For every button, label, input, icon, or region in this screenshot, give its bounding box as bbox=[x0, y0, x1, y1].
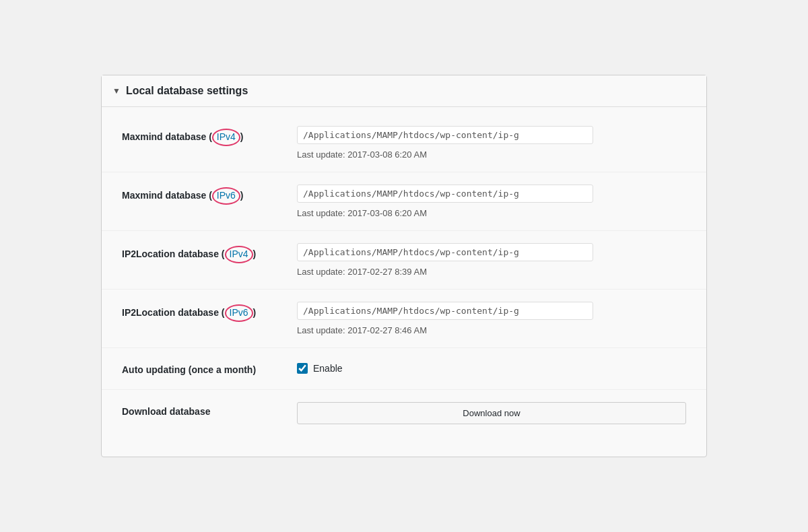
maxmind-ipv4-input[interactable] bbox=[297, 126, 593, 144]
auto-updating-row: Auto updating (once a month) Enable bbox=[102, 348, 706, 390]
maxmind-ipv4-content: Last update: 2017-03-08 6:20 AM bbox=[297, 126, 686, 160]
ip2location-ipv4-content: Last update: 2017-02-27 8:39 AM bbox=[297, 243, 686, 277]
panel-header: ▼ Local database settings bbox=[102, 75, 706, 107]
ip2location-ipv6-content: Last update: 2017-02-27 8:46 AM bbox=[297, 302, 686, 335]
ip2location-ipv4-input[interactable] bbox=[297, 243, 593, 261]
maxmind-ipv6-link[interactable]: IPv6 bbox=[212, 187, 240, 205]
ip2location-ipv4-link[interactable]: IPv4 bbox=[225, 246, 253, 263]
auto-updating-label: Auto updating (once a month) bbox=[122, 360, 297, 377]
download-database-label: Download database bbox=[122, 402, 297, 419]
ip2location-ipv6-row: IP2Location database (IPv6) Last update:… bbox=[102, 290, 706, 348]
ip2location-ipv6-link[interactable]: IPv6 bbox=[225, 304, 253, 322]
settings-panel: ▼ Local database settings Maxmind databa… bbox=[101, 75, 707, 457]
ip2location-ipv6-label: IP2Location database (IPv6) bbox=[122, 302, 297, 322]
maxmind-ipv6-content: Last update: 2017-03-08 6:20 AM bbox=[297, 185, 686, 218]
ip2location-ipv4-label: IP2Location database (IPv4) bbox=[122, 243, 297, 263]
ip2location-ipv6-input[interactable] bbox=[297, 302, 593, 320]
auto-updating-content: Enable bbox=[297, 360, 686, 374]
maxmind-ipv4-link[interactable]: IPv4 bbox=[212, 129, 240, 146]
auto-updating-checkbox-row: Enable bbox=[297, 360, 686, 374]
maxmind-ipv6-row: Maxmind database (IPv6) Last update: 201… bbox=[102, 172, 706, 231]
ip2location-ipv4-last-update: Last update: 2017-02-27 8:39 AM bbox=[297, 267, 686, 277]
auto-updating-checkbox[interactable] bbox=[297, 363, 308, 374]
download-now-button[interactable]: Download now bbox=[297, 402, 686, 424]
ip2location-ipv4-row: IP2Location database (IPv4) Last update:… bbox=[102, 231, 706, 290]
maxmind-ipv4-row: Maxmind database (IPv4) Last update: 201… bbox=[102, 114, 706, 172]
toggle-icon[interactable]: ▼ bbox=[112, 86, 121, 96]
maxmind-ipv6-label: Maxmind database (IPv6) bbox=[122, 185, 297, 205]
panel-title: Local database settings bbox=[126, 85, 248, 97]
download-database-row: Download database Download now bbox=[102, 390, 706, 436]
download-database-content: Download now bbox=[297, 402, 686, 424]
maxmind-ipv6-last-update: Last update: 2017-03-08 6:20 AM bbox=[297, 208, 686, 218]
ip2location-ipv6-last-update: Last update: 2017-02-27 8:46 AM bbox=[297, 325, 686, 335]
auto-updating-checkbox-label: Enable bbox=[313, 363, 343, 374]
maxmind-ipv4-last-update: Last update: 2017-03-08 6:20 AM bbox=[297, 149, 686, 160]
maxmind-ipv4-label: Maxmind database (IPv4) bbox=[122, 126, 297, 146]
maxmind-ipv6-input[interactable] bbox=[297, 185, 593, 203]
